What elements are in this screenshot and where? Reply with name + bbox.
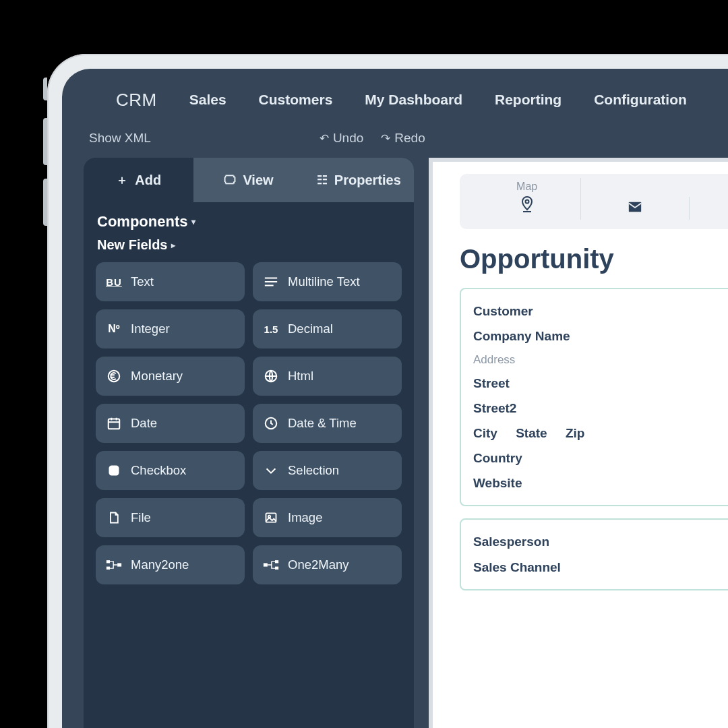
svg-rect-16 — [264, 563, 268, 566]
field-checkbox[interactable]: Checkbox — [96, 451, 245, 490]
euro-icon — [105, 369, 123, 384]
field-label: Integer — [131, 322, 170, 336]
many2one-icon — [105, 558, 123, 572]
svg-rect-10 — [109, 466, 119, 476]
undo-icon: ↶ — [320, 131, 329, 146]
device-button — [43, 78, 47, 100]
sub-toolbar: Show XML ↶ Undo ↷ Redo — [62, 128, 728, 158]
field-street[interactable]: Street — [473, 371, 728, 396]
device-button — [43, 118, 47, 165]
field-salesperson[interactable]: Salesperson — [473, 529, 728, 554]
field-label: Html — [288, 369, 313, 384]
label-address: Address — [473, 348, 728, 371]
components-label: Components — [97, 213, 187, 231]
field-decimal[interactable]: 1.5 Decimal — [253, 309, 402, 348]
field-label: Many2one — [131, 557, 189, 572]
field-company-name[interactable]: Company Name — [473, 324, 728, 348]
field-country[interactable]: Country — [473, 446, 728, 471]
field-datetime[interactable]: Date & Time — [253, 404, 402, 443]
toolbar-map[interactable]: Map — [473, 178, 581, 220]
field-label: Multiline Text — [288, 274, 360, 289]
globe-icon — [262, 369, 280, 384]
field-city[interactable]: City — [473, 426, 497, 440]
field-html[interactable]: Html — [253, 357, 402, 396]
toolbar-phone[interactable] — [690, 195, 728, 220]
text-icon: BU — [105, 276, 123, 288]
field-sales-channel[interactable]: Sales Channel — [473, 555, 728, 580]
tab-properties-label: Properties — [334, 173, 401, 188]
mail-icon — [628, 200, 642, 217]
field-selection[interactable]: Selection — [253, 451, 402, 490]
field-street2[interactable]: Street2 — [473, 396, 728, 421]
nav-reporting[interactable]: Reporting — [495, 92, 562, 108]
tab-properties[interactable]: ☷ Properties — [304, 158, 414, 202]
undo-label: Undo — [333, 131, 363, 146]
monitor-icon: 🖵 — [224, 173, 236, 187]
redo-button[interactable]: ↷ Redo — [381, 131, 425, 146]
new-fields-section[interactable]: New Fields ▸ — [84, 233, 414, 260]
chevron-down-icon — [262, 463, 280, 478]
svg-rect-15 — [117, 563, 121, 566]
field-many2one[interactable]: Many2one — [96, 545, 245, 584]
field-website[interactable]: Website — [473, 471, 728, 495]
field-one2many[interactable]: One2Many — [253, 545, 402, 584]
svg-rect-17 — [275, 560, 278, 563]
nav-configuration[interactable]: Configuration — [594, 92, 687, 108]
components-section[interactable]: Components ▾ — [84, 202, 414, 233]
device-frame: CRM Sales Customers My Dashboard Reporti… — [47, 54, 728, 728]
calendar-icon — [105, 416, 123, 431]
components-panel: ＋ Add 🖵 View ☷ Properties Components ▾ — [84, 158, 414, 728]
field-file[interactable]: File — [96, 498, 245, 537]
tab-view[interactable]: 🖵 View — [193, 158, 303, 202]
field-customer[interactable]: Customer — [473, 299, 728, 324]
field-label: Image — [288, 510, 322, 525]
field-label: Date & Time — [288, 416, 357, 431]
field-zip[interactable]: Zip — [566, 426, 585, 440]
list-icon: ☷ — [317, 173, 328, 187]
nav-sales[interactable]: Sales — [189, 92, 226, 108]
form-group-sales[interactable]: Salesperson Sales Channel — [460, 518, 728, 590]
device-button — [43, 179, 47, 226]
field-date[interactable]: Date — [96, 404, 245, 443]
svg-point-19 — [525, 200, 528, 204]
workspace: ＋ Add 🖵 View ☷ Properties Components ▾ — [62, 158, 728, 728]
redo-label: Redo — [394, 131, 425, 146]
field-monetary[interactable]: Monetary — [96, 357, 245, 396]
field-label: Decimal — [288, 322, 333, 336]
field-label: Monetary — [131, 369, 183, 384]
field-multiline-text[interactable]: Multiline Text — [253, 262, 402, 301]
nav-my-dashboard[interactable]: My Dashboard — [365, 92, 462, 108]
redo-icon: ↷ — [381, 131, 390, 146]
app-screen: CRM Sales Customers My Dashboard Reporti… — [62, 69, 728, 728]
form-toolbar: Map — [460, 174, 728, 229]
nav-customers[interactable]: Customers — [259, 92, 333, 108]
svg-rect-5 — [109, 419, 120, 429]
top-nav: CRM Sales Customers My Dashboard Reporti… — [62, 69, 728, 128]
svg-rect-18 — [275, 567, 278, 570]
field-text[interactable]: BU Text — [96, 262, 245, 301]
plus-icon: ＋ — [116, 172, 128, 188]
undo-button[interactable]: ↶ Undo — [320, 131, 363, 146]
file-icon — [105, 510, 123, 525]
panel-tabs: ＋ Add 🖵 View ☷ Properties — [84, 158, 414, 202]
svg-rect-11 — [266, 513, 276, 522]
form-group-customer[interactable]: Customer Company Name Address Street Str… — [460, 288, 728, 506]
paragraph-icon — [262, 276, 280, 288]
tab-add[interactable]: ＋ Add — [84, 158, 193, 202]
tab-view-label: View — [243, 173, 273, 188]
field-image[interactable]: Image — [253, 498, 402, 537]
form-title: Opportunity — [460, 244, 728, 274]
show-xml-button[interactable]: Show XML — [89, 131, 151, 146]
toolbar-mail[interactable] — [581, 197, 689, 220]
field-label: Text — [131, 274, 154, 289]
caret-down-icon: ▾ — [191, 217, 195, 226]
clock-icon — [262, 416, 280, 431]
field-label: Selection — [288, 463, 339, 478]
caret-right-icon: ▸ — [171, 241, 175, 250]
tab-add-label: Add — [135, 173, 161, 188]
field-state[interactable]: State — [516, 426, 547, 440]
number-icon: Nº — [105, 323, 123, 335]
svg-rect-14 — [107, 567, 110, 570]
app-title: CRM — [113, 90, 157, 111]
field-integer[interactable]: Nº Integer — [96, 309, 245, 348]
